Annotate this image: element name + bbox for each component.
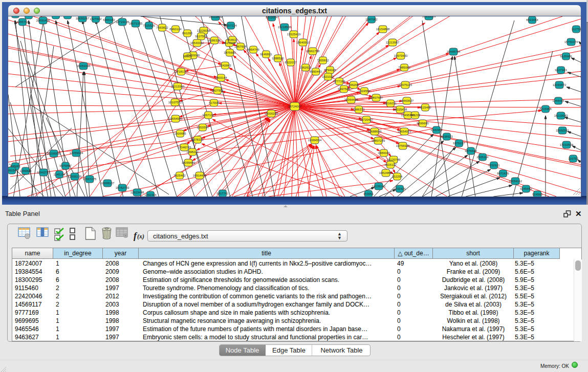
svg-text:6879197: 6879197 <box>453 142 465 145</box>
svg-text:153051: 153051 <box>363 192 374 195</box>
svg-text:14099489: 14099489 <box>182 161 195 164</box>
svg-text:13325419: 13325419 <box>287 33 301 36</box>
svg-text:8215958: 8215958 <box>539 107 552 111</box>
svg-text:16782759: 16782759 <box>116 186 129 189</box>
svg-text:9427552: 9427552 <box>211 89 224 92</box>
svg-text:7986372: 7986372 <box>353 108 365 111</box>
svg-text:1733426: 1733426 <box>394 187 406 190</box>
svg-text:16914479: 16914479 <box>193 174 207 177</box>
svg-text:(x): (x) <box>137 233 144 240</box>
svg-text:19654923: 19654923 <box>398 130 411 133</box>
svg-text:3684047: 3684047 <box>378 151 390 155</box>
svg-text:1621022: 1621022 <box>322 75 334 78</box>
svg-text:9474444: 9474444 <box>465 149 477 152</box>
svg-text:3875685: 3875685 <box>224 51 236 54</box>
svg-text:7357224: 7357224 <box>225 24 237 27</box>
svg-text:10025438: 10025438 <box>394 108 407 111</box>
svg-text:8471676: 8471676 <box>497 172 509 175</box>
svg-text:19463627: 19463627 <box>400 99 414 102</box>
svg-text:9129966: 9129966 <box>560 55 572 58</box>
svg-text:9242843: 9242843 <box>219 64 231 67</box>
svg-text:20691406: 20691406 <box>36 19 50 22</box>
svg-text:9975867: 9975867 <box>59 164 72 167</box>
svg-text:20364436: 20364436 <box>344 98 358 101</box>
svg-text:293171: 293171 <box>62 16 73 17</box>
svg-text:2718170: 2718170 <box>175 70 187 73</box>
svg-text:252254: 252254 <box>392 175 403 178</box>
svg-text:251309: 251309 <box>24 16 34 17</box>
svg-text:12213369: 12213369 <box>171 85 185 88</box>
svg-text:8454749: 8454749 <box>247 48 259 51</box>
svg-text:10719135: 10719135 <box>116 20 129 24</box>
svg-text:441233: 441233 <box>410 114 421 117</box>
svg-text:417006: 417006 <box>209 101 220 104</box>
svg-text:10688609: 10688609 <box>368 130 382 133</box>
svg-text:1527602: 1527602 <box>90 17 102 20</box>
svg-text:12942757: 12942757 <box>37 171 51 174</box>
svg-text:1145194: 1145194 <box>54 173 66 176</box>
svg-text:1156829: 1156829 <box>20 169 32 172</box>
svg-text:9817741: 9817741 <box>216 192 229 195</box>
svg-text:7515526: 7515526 <box>143 24 155 27</box>
svg-text:8990443: 8990443 <box>310 70 322 73</box>
svg-text:16210643: 16210643 <box>554 114 568 117</box>
svg-text:2935114: 2935114 <box>477 156 489 159</box>
svg-text:1353594: 1353594 <box>197 126 209 129</box>
svg-text:18724007: 18724007 <box>288 105 302 108</box>
svg-text:9127503: 9127503 <box>195 35 207 38</box>
svg-text:7955812: 7955812 <box>317 59 329 62</box>
svg-text:746266: 746266 <box>349 83 359 86</box>
svg-text:8813054: 8813054 <box>526 18 538 21</box>
svg-text:19524851: 19524851 <box>379 171 393 174</box>
svg-text:9127508: 9127508 <box>223 41 235 45</box>
svg-text:19654985: 19654985 <box>169 117 183 120</box>
svg-text:18807249: 18807249 <box>372 139 385 142</box>
svg-text:10107552: 10107552 <box>168 101 182 104</box>
svg-text:889171: 889171 <box>51 16 61 17</box>
svg-text:8938923: 8938923 <box>441 135 453 138</box>
svg-text:19218506: 19218506 <box>278 26 292 29</box>
svg-text:16543362: 16543362 <box>190 41 204 45</box>
svg-text:15751074: 15751074 <box>564 40 578 43</box>
svg-text:17010504: 17010504 <box>560 143 574 146</box>
svg-text:4055714: 4055714 <box>16 20 29 24</box>
svg-text:7625402: 7625402 <box>173 174 186 177</box>
svg-text:1362615: 1362615 <box>299 66 312 69</box>
svg-text:12505135: 12505135 <box>68 175 82 178</box>
svg-text:20053346: 20053346 <box>77 64 91 68</box>
svg-text:10973493: 10973493 <box>394 54 408 57</box>
svg-text:9227343: 9227343 <box>555 69 567 72</box>
svg-text:1024554: 1024554 <box>358 90 371 93</box>
svg-text:6497508: 6497508 <box>338 87 350 91</box>
svg-text:3267130: 3267130 <box>202 114 214 117</box>
svg-text:9245652: 9245652 <box>520 187 532 190</box>
svg-text:8960124: 8960124 <box>169 28 182 31</box>
svg-text:9794028: 9794028 <box>324 69 336 72</box>
svg-text:8186328: 8186328 <box>208 39 221 42</box>
svg-text:8322037: 8322037 <box>285 61 297 64</box>
svg-text:924565: 924565 <box>532 193 543 196</box>
svg-text:9115460: 9115460 <box>420 106 432 109</box>
svg-text:2803144: 2803144 <box>215 76 227 79</box>
svg-text:2087682: 2087682 <box>365 18 378 21</box>
svg-text:111753: 111753 <box>571 28 581 31</box>
svg-text:17359924: 17359924 <box>70 151 83 155</box>
svg-text:7485063: 7485063 <box>398 66 410 69</box>
svg-text:1588520: 1588520 <box>272 57 284 60</box>
svg-text:16448754: 16448754 <box>447 50 461 53</box>
svg-text:1244415: 1244415 <box>552 99 564 102</box>
svg-text:17957275: 17957275 <box>83 178 97 181</box>
svg-text:19756928: 19756928 <box>396 144 410 147</box>
svg-text:16933809: 16933809 <box>422 16 436 18</box>
svg-text:1640954: 1640954 <box>430 128 443 132</box>
svg-text:8678333: 8678333 <box>191 138 204 141</box>
svg-text:2867608: 2867608 <box>234 45 247 48</box>
svg-text:12093872: 12093872 <box>553 83 567 86</box>
svg-text:16033809: 16033809 <box>209 16 223 18</box>
svg-text:12213967: 12213967 <box>386 41 400 44</box>
svg-text:10807487: 10807487 <box>369 96 383 99</box>
svg-text:7632621: 7632621 <box>488 164 500 167</box>
svg-text:7663822: 7663822 <box>156 26 168 29</box>
svg-text:15692911: 15692911 <box>556 129 570 132</box>
svg-text:19384554: 19384554 <box>308 139 322 142</box>
